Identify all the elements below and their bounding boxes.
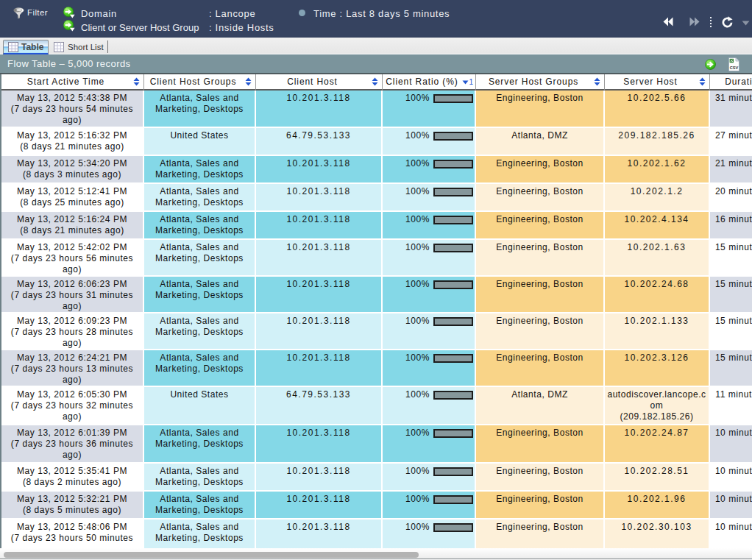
svg-text:CSV: CSV	[730, 65, 739, 70]
